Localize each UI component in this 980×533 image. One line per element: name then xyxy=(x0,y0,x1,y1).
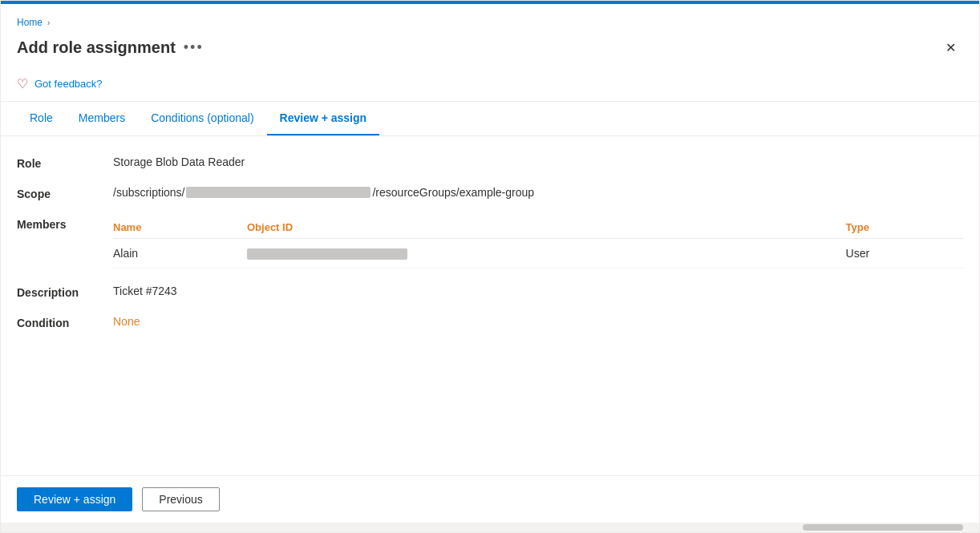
panel-title-row: Add role assignment ••• ✕ xyxy=(17,34,963,60)
tab-members[interactable]: Members xyxy=(66,102,138,135)
role-value: Storage Blob Data Reader xyxy=(113,155,963,168)
panel-container: Home › Add role assignment ••• ✕ ♡ Got f… xyxy=(0,0,980,533)
scrollbar-track[interactable] xyxy=(17,524,963,531)
description-value: Ticket #7243 xyxy=(113,285,963,297)
scope-redacted xyxy=(186,187,371,198)
col-header-name: Name xyxy=(113,216,247,239)
scope-label: Scope xyxy=(17,186,113,200)
description-label: Description xyxy=(17,285,113,299)
members-section: Name Object ID Type Alain User xyxy=(113,216,963,269)
tab-review[interactable]: Review + assign xyxy=(267,102,380,135)
heart-icon: ♡ xyxy=(17,76,28,91)
previous-button[interactable]: Previous xyxy=(142,487,219,511)
scrollbar-row xyxy=(1,523,979,532)
members-table: Name Object ID Type Alain User xyxy=(113,216,963,269)
tab-conditions[interactable]: Conditions (optional) xyxy=(138,102,266,135)
feedback-bar: ♡ Got feedback? xyxy=(1,70,979,102)
feedback-link[interactable]: Got feedback? xyxy=(34,78,103,90)
close-icon: ✕ xyxy=(946,40,956,55)
members-label: Members xyxy=(17,216,113,231)
col-header-objectid: Object ID xyxy=(247,216,846,239)
breadcrumb-home[interactable]: Home xyxy=(17,17,43,28)
condition-value: None xyxy=(113,315,140,328)
panel-footer: Review + assign Previous xyxy=(1,475,979,523)
description-field-row: Description Ticket #7243 xyxy=(17,285,963,299)
scope-suffix: /resourceGroups/example-group xyxy=(372,186,534,199)
role-label: Role xyxy=(17,155,113,170)
scope-field-row: Scope /subscriptions/ /resourceGroups/ex… xyxy=(17,186,963,200)
page-title: Add role assignment xyxy=(17,38,176,57)
panel-header: Home › Add role assignment ••• ✕ xyxy=(1,4,979,70)
condition-label: Condition xyxy=(17,315,113,329)
close-button[interactable]: ✕ xyxy=(937,34,963,60)
review-assign-button[interactable]: Review + assign xyxy=(17,487,132,511)
scope-value: /subscriptions/ /resourceGroups/example-… xyxy=(113,186,963,199)
breadcrumb-chevron: › xyxy=(47,18,50,27)
table-row: Alain User xyxy=(113,239,963,269)
condition-field-row: Condition None xyxy=(17,315,963,329)
scrollbar-thumb[interactable] xyxy=(803,524,963,531)
panel-title-left: Add role assignment ••• xyxy=(17,38,204,57)
member-name: Alain xyxy=(113,239,247,269)
members-field-row: Members Name Object ID Type Alain xyxy=(17,216,963,269)
object-id-redacted xyxy=(247,248,407,260)
breadcrumb: Home › xyxy=(17,17,963,28)
col-header-type: Type xyxy=(846,216,963,239)
member-type: User xyxy=(846,239,963,269)
role-field-row: Role Storage Blob Data Reader xyxy=(17,155,963,170)
member-object-id xyxy=(247,239,846,269)
members-table-header: Name Object ID Type xyxy=(113,216,963,239)
panel-body: Role Storage Blob Data Reader Scope /sub… xyxy=(1,136,979,475)
more-options-icon[interactable]: ••• xyxy=(184,39,204,56)
tabs-bar: Role Members Conditions (optional) Revie… xyxy=(1,102,979,136)
tab-role[interactable]: Role xyxy=(17,102,66,135)
scope-prefix: /subscriptions/ xyxy=(113,186,184,199)
